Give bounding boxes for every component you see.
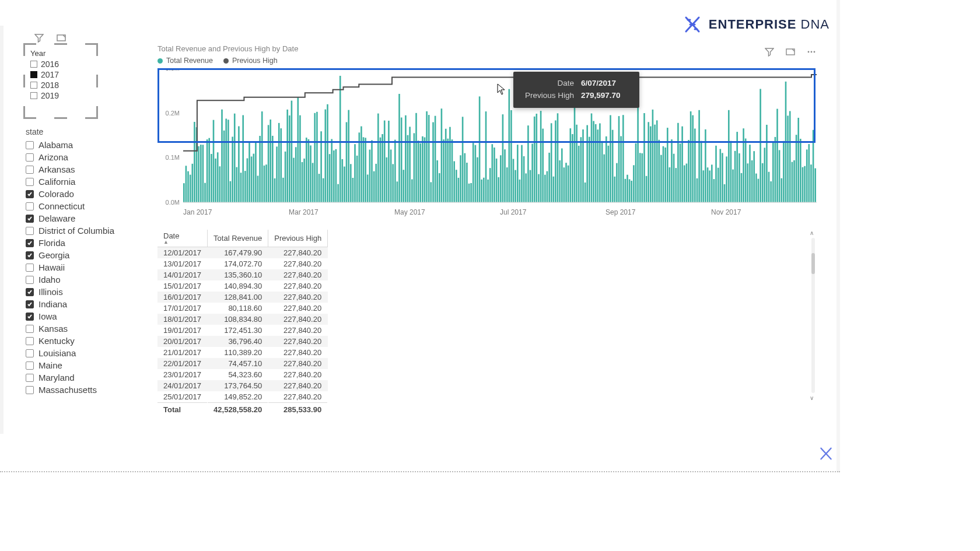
state-slicer[interactable]: state AlabamaArizonaArkansasCaliforniaCo… <box>26 127 142 396</box>
svg-rect-76 <box>327 104 328 202</box>
state-option[interactable]: Illinois <box>26 286 142 298</box>
checkbox-icon[interactable] <box>30 61 37 68</box>
svg-rect-234 <box>660 155 662 202</box>
state-option-label: Delaware <box>38 213 75 223</box>
table-row[interactable]: 19/01/2017172,451.30227,840.20 <box>158 325 328 336</box>
svg-rect-43 <box>257 176 259 202</box>
state-option[interactable]: Maryland <box>26 371 142 384</box>
checkbox-icon[interactable] <box>26 337 34 345</box>
svg-rect-164 <box>513 159 514 203</box>
scroll-down-icon[interactable]: ∨ <box>810 395 814 401</box>
state-option[interactable]: Louisiana <box>26 347 142 359</box>
checkbox-icon[interactable] <box>26 251 34 259</box>
year-option[interactable]: 2018 <box>30 80 91 90</box>
year-option[interactable]: 2017 <box>30 69 91 80</box>
legend-item-previous-high[interactable]: Previous High <box>223 57 278 65</box>
data-table[interactable]: Date▲Total RevenuePrevious High 12/01/20… <box>158 230 328 416</box>
table-row[interactable]: 22/01/201774,457.10227,840.20 <box>158 358 328 369</box>
checkbox-icon[interactable] <box>26 202 34 210</box>
table-row[interactable]: 16/01/2017128,841.00227,840.20 <box>158 292 328 303</box>
state-option[interactable]: Florida <box>26 237 142 249</box>
checkbox-icon[interactable] <box>26 362 34 370</box>
checkbox-icon[interactable] <box>30 92 37 99</box>
state-option[interactable]: Massachusetts <box>26 384 142 396</box>
state-option[interactable]: Maine <box>26 359 142 371</box>
checkbox-icon[interactable] <box>26 190 34 198</box>
table-row[interactable]: 15/01/2017140,894.30227,840.20 <box>158 280 328 292</box>
checkbox-icon[interactable] <box>26 153 34 162</box>
checkbox-icon[interactable] <box>26 374 34 382</box>
state-option[interactable]: Colorado <box>26 188 142 200</box>
state-option[interactable]: Connecticut <box>26 200 142 212</box>
focus-mode-icon[interactable] <box>785 47 796 57</box>
table-row[interactable]: 17/01/201780,118.60227,840.20 <box>158 303 328 314</box>
year-option[interactable]: 2016 <box>30 59 91 69</box>
checkbox-icon[interactable] <box>26 313 34 321</box>
table-row[interactable]: 18/01/2017108,834.80227,840.20 <box>158 314 328 325</box>
subscribe-icon[interactable] <box>818 445 834 462</box>
table-visual[interactable]: Date▲Total RevenuePrevious High 12/01/20… <box>158 230 817 401</box>
table-row[interactable]: 23/01/201754,323.60227,840.20 <box>158 369 328 380</box>
checkbox-icon[interactable] <box>26 264 34 272</box>
checkbox-icon[interactable] <box>26 215 34 223</box>
checkbox-icon[interactable] <box>26 141 34 149</box>
state-option[interactable]: California <box>26 176 142 188</box>
outer-scrollbar[interactable] <box>836 0 840 472</box>
state-option[interactable]: Alabama <box>26 139 142 151</box>
chart-plot-area[interactable]: 0.3M0.2M0.1M0.0M Date6/07/2017 Previous … <box>158 68 817 206</box>
svg-rect-100 <box>377 114 379 202</box>
state-option[interactable]: Idaho <box>26 273 142 286</box>
scroll-up-icon[interactable]: ∧ <box>810 230 814 236</box>
filter-icon[interactable] <box>34 33 44 43</box>
state-option[interactable]: Iowa <box>26 310 142 322</box>
state-option[interactable]: Kansas <box>26 322 142 335</box>
year-slicer[interactable]: Year 2016201720182019 <box>26 45 96 106</box>
filter-icon[interactable] <box>764 47 775 57</box>
state-option[interactable]: Delaware <box>26 212 142 224</box>
table-row[interactable]: 13/01/2017174,072.70227,840.20 <box>158 258 328 269</box>
chart-visual[interactable]: Total Revenue and Previous High by Date … <box>158 44 817 217</box>
svg-rect-169 <box>523 156 525 202</box>
state-option[interactable]: Kentucky <box>26 335 142 347</box>
table-row[interactable]: 21/01/2017110,389.20227,840.20 <box>158 347 328 358</box>
svg-rect-206 <box>601 141 603 202</box>
more-options-icon[interactable] <box>806 47 817 57</box>
checkbox-icon[interactable] <box>30 82 37 89</box>
table-row[interactable]: 20/01/201736,796.40227,840.20 <box>158 336 328 347</box>
checkbox-icon[interactable] <box>26 227 34 235</box>
focus-mode-icon[interactable] <box>56 33 66 43</box>
table-header[interactable]: Date▲ <box>158 230 208 247</box>
table-scrollbar[interactable]: ∧ ∨ <box>810 230 817 401</box>
checkbox-icon[interactable] <box>26 349 34 357</box>
scroll-thumb[interactable] <box>811 253 815 274</box>
table-row[interactable]: 14/01/2017135,360.10227,840.20 <box>158 269 328 280</box>
svg-rect-170 <box>525 173 527 202</box>
svg-rect-42 <box>255 141 257 202</box>
svg-rect-298 <box>796 135 797 202</box>
table-header[interactable]: Total Revenue <box>208 230 268 247</box>
state-option[interactable]: Indiana <box>26 298 142 310</box>
checkbox-icon[interactable] <box>26 325 34 333</box>
checkbox-icon[interactable] <box>26 386 34 394</box>
checkbox-icon[interactable] <box>26 288 34 296</box>
checkbox-icon[interactable] <box>26 239 34 247</box>
state-option[interactable]: Arkansas <box>26 163 142 176</box>
checkbox-icon[interactable] <box>26 300 34 308</box>
legend-item-total-revenue[interactable]: Total Revenue <box>158 57 213 65</box>
state-option[interactable]: District of Columbia <box>26 224 142 237</box>
checkbox-icon[interactable] <box>30 71 37 78</box>
bars-total-revenue[interactable] <box>183 76 816 202</box>
checkbox-icon[interactable] <box>26 166 34 174</box>
state-option[interactable]: Georgia <box>26 249 142 261</box>
checkbox-icon[interactable] <box>26 276 34 284</box>
checkbox-icon[interactable] <box>26 178 34 186</box>
table-row[interactable]: 24/01/2017173,764.50227,840.20 <box>158 380 328 391</box>
table-row[interactable]: 25/01/2017149,852.20227,840.20 <box>158 391 328 403</box>
table-header[interactable]: Previous High <box>268 230 328 247</box>
svg-rect-208 <box>606 136 607 202</box>
table-row[interactable]: 12/01/2017167,479.90227,840.20 <box>158 247 328 259</box>
year-option[interactable]: 2019 <box>30 90 91 101</box>
svg-rect-232 <box>656 120 658 202</box>
state-option[interactable]: Hawaii <box>26 261 142 273</box>
state-option[interactable]: Arizona <box>26 151 142 163</box>
